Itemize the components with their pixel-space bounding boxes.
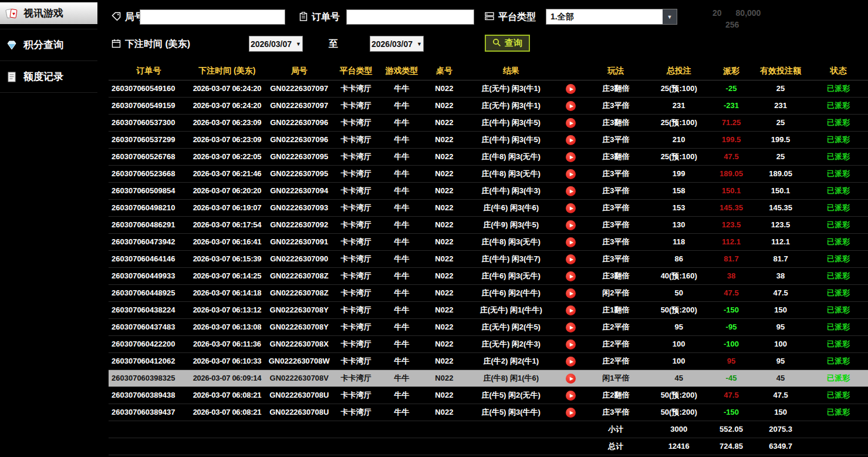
sidebar-item-credit-records[interactable]: 额度记录 xyxy=(0,66,97,88)
replay-button[interactable]: ▶ xyxy=(566,357,576,367)
replay-button[interactable]: ▶ xyxy=(566,169,576,179)
date-from-dropdown[interactable]: 2026/03/07 ▼ xyxy=(249,36,303,52)
cell-total-bet: 153 xyxy=(648,199,710,216)
cell-status: 已派彩 xyxy=(809,148,868,165)
table-row[interactable]: 2603070603894382026-03-07 06:08:21GN0222… xyxy=(109,387,868,404)
cell-table-no: N022 xyxy=(424,352,464,369)
replay-button[interactable]: ▶ xyxy=(566,220,576,230)
table-row[interactable]: 2603070603894372026-03-07 06:08:21GN0222… xyxy=(109,404,868,421)
replay-button[interactable]: ▶ xyxy=(566,340,576,350)
order-number-input[interactable] xyxy=(346,9,474,25)
cell-round: GN0222630708Z xyxy=(265,267,333,284)
cell-platform: 卡卡湾厅 xyxy=(333,267,379,284)
cell-round: GN0222630708V xyxy=(265,369,333,387)
table-row[interactable]: 2603070604120622026-03-07 06:10:33GN0222… xyxy=(109,352,868,369)
table-row[interactable]: 2603070605098542026-03-07 06:20:20GN0222… xyxy=(109,182,868,199)
cell-result: 庄(无牛) 闲3(牛1) xyxy=(464,80,558,97)
table-row[interactable]: 2603070605372992026-03-07 06:23:09GN0222… xyxy=(109,131,868,148)
column-header: 状态 xyxy=(809,62,868,80)
cell-game: 牛牛 xyxy=(379,387,425,404)
cell-valid-bet: 25 xyxy=(752,114,809,131)
platform-type-select[interactable]: 1.全部 ▼ xyxy=(546,9,677,25)
replay-button[interactable]: ▶ xyxy=(566,254,576,264)
cell-play-type: 庄3平倍 xyxy=(584,199,648,216)
cell-time: 2026-03-07 06:15:39 xyxy=(189,250,265,267)
cell-round: GN02226307094 xyxy=(265,182,333,199)
cell-total-bet: 50(预:200) xyxy=(648,404,710,421)
date-to-dropdown[interactable]: 2026/03/07 ▼ xyxy=(370,36,424,52)
replay-button[interactable]: ▶ xyxy=(566,305,576,315)
cell-payout: 71.25 xyxy=(710,114,752,131)
table-row[interactable]: 2603070604641462026-03-07 06:15:39GN0222… xyxy=(109,250,868,267)
table-row[interactable]: 2603070604489252026-03-07 06:14:18GN0222… xyxy=(109,284,868,301)
cell-valid-bet: 25 xyxy=(752,80,809,97)
sidebar-divider xyxy=(0,61,97,61)
cell-time: 2026-03-07 06:23:09 xyxy=(189,114,265,131)
replay-button[interactable]: ▶ xyxy=(566,152,576,162)
cell-order: 260307060438224 xyxy=(109,301,189,318)
cell-play-type: 庄1翻倍 xyxy=(584,301,648,318)
table-row[interactable]: 2603070604499332026-03-07 06:14:25GN0222… xyxy=(109,267,868,284)
cell-valid-bet: 25 xyxy=(752,148,809,165)
replay-button[interactable]: ▶ xyxy=(566,288,576,298)
cell-platform: 卡卡湾厅 xyxy=(333,352,379,369)
cell-order: 260307060449933 xyxy=(109,267,189,284)
replay-button[interactable]: ▶ xyxy=(566,101,576,111)
cell-round: GN0222630708W xyxy=(265,352,333,369)
replay-button[interactable]: ▶ xyxy=(566,84,576,94)
table-row[interactable]: 2603070605236682026-03-07 06:21:46GN0222… xyxy=(109,165,868,182)
cell-total-bet: 25(预:100) xyxy=(648,80,710,97)
sidebar-item-label: 积分查询 xyxy=(23,38,63,52)
sidebar-item-video-games[interactable]: ♥ 视讯游戏 xyxy=(0,2,97,24)
cell-result: 庄(牛6) 闲3(无牛) xyxy=(464,267,558,284)
cell-platform: 卡卡湾厅 xyxy=(333,114,379,131)
cell-replay: ▶ xyxy=(558,250,584,267)
cell-table-no: N022 xyxy=(424,199,464,216)
cell-time: 2026-03-07 06:08:21 xyxy=(189,404,265,421)
table-row[interactable]: 2603070604982102026-03-07 06:19:07GN0222… xyxy=(109,199,868,216)
table-row[interactable]: 2603070604739422026-03-07 06:16:41GN0222… xyxy=(109,233,868,250)
cell-payout: -150 xyxy=(710,301,752,318)
table-row[interactable]: 2603070605267682026-03-07 06:22:05GN0222… xyxy=(109,148,868,165)
replay-button[interactable]: ▶ xyxy=(566,186,576,196)
table-row[interactable]: 2603070605373002026-03-07 06:23:09GN0222… xyxy=(109,114,868,131)
table-row[interactable]: 2603070604222002026-03-07 06:11:36GN0222… xyxy=(109,335,868,352)
replay-button[interactable]: ▶ xyxy=(566,203,576,213)
cell-payout: 47.5 xyxy=(710,284,752,301)
cell-platform: 卡卡湾厅 xyxy=(333,182,379,199)
cell-play-type: 庄3平倍 xyxy=(584,97,648,114)
replay-button[interactable]: ▶ xyxy=(566,118,576,128)
cell-valid-bet: 38 xyxy=(752,267,809,284)
replay-button[interactable]: ▶ xyxy=(566,135,576,145)
replay-button[interactable]: ▶ xyxy=(566,271,576,281)
sidebar: ♥ 视讯游戏 积分查询 xyxy=(0,0,97,457)
table-row[interactable]: 2603070605491602026-03-07 06:24:20GN0222… xyxy=(109,80,868,97)
replay-button[interactable]: ▶ xyxy=(566,408,576,418)
replay-button[interactable]: ▶ xyxy=(566,237,576,247)
replay-button[interactable]: ▶ xyxy=(566,322,576,332)
search-button[interactable]: 查询 xyxy=(485,35,530,52)
replay-button[interactable]: ▶ xyxy=(566,374,576,384)
table-row[interactable]: 2603070604382242026-03-07 06:13:12GN0222… xyxy=(109,301,868,318)
cell-total-bet: 118 xyxy=(648,233,710,250)
cell-round: GN0222630708Z xyxy=(265,284,333,301)
table-row[interactable]: 2603070604862912026-03-07 06:17:54GN0222… xyxy=(109,216,868,233)
round-number-label: 局号 xyxy=(112,9,144,25)
table-row[interactable]: 2603070605491592026-03-07 06:24:20GN0222… xyxy=(109,97,868,114)
cell-total-bet: 158 xyxy=(648,182,710,199)
platform-type-value: 1.全部 xyxy=(546,9,663,24)
round-number-input[interactable] xyxy=(140,9,285,25)
replay-button[interactable]: ▶ xyxy=(566,391,576,401)
cell-order: 260307060448925 xyxy=(109,284,189,301)
sidebar-item-points-query[interactable]: 积分查询 xyxy=(0,34,97,56)
sidebar-divider xyxy=(0,29,97,29)
cell-result: 庄(牛5) 闲3(牛牛) xyxy=(464,404,558,421)
cell-valid-bet: 150 xyxy=(752,301,809,318)
cell-valid-bet: 231 xyxy=(752,97,809,114)
cell-total-bet: 231 xyxy=(648,97,710,114)
cell-order: 260307060549159 xyxy=(109,97,189,114)
cell-order: 260307060422200 xyxy=(109,335,189,352)
table-row[interactable]: 2603070604374832026-03-07 06:13:08GN0222… xyxy=(109,318,868,335)
table-row[interactable]: 2603070603983252026-03-07 06:09:14GN0222… xyxy=(109,369,868,387)
cell-platform: 卡卡湾厅 xyxy=(333,199,379,216)
